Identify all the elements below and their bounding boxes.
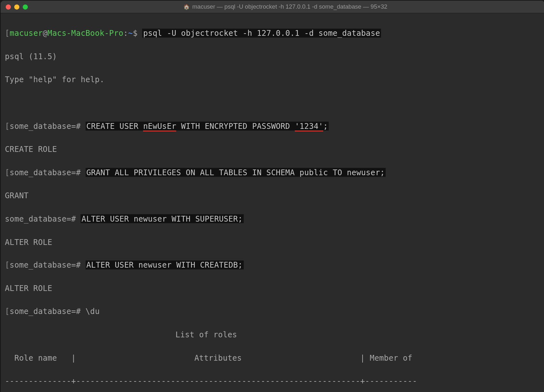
line-du1: [some_database=# \du [5, 306, 540, 317]
prompt-colon: : [124, 29, 128, 38]
psql-version: psql (11.5) [5, 51, 540, 62]
prompt-user: macuser [10, 29, 43, 38]
terminal-body[interactable]: [macuser@Macs-MacBook-Pro:~$ psql -U obj… [1, 13, 544, 392]
create-user-pre: CREATE USER [86, 122, 143, 130]
db-prompt: some_database=# [5, 214, 76, 223]
db-prompt: some_database=# [10, 122, 81, 130]
window-title-wrap: 🏠 macuser — psql -U objectrocket -h 127.… [31, 2, 540, 11]
line-shell-prompt: [macuser@Macs-MacBook-Pro:~$ psql -U obj… [5, 27, 540, 39]
minimize-icon[interactable] [14, 4, 19, 9]
home-icon: 🏠 [183, 3, 190, 11]
du-cmd: \du [85, 307, 100, 316]
resp-create-role-1: CREATE ROLE [5, 144, 540, 155]
zoom-icon[interactable] [23, 4, 28, 9]
traffic-lights [6, 4, 28, 9]
create-user-end: ; [323, 122, 328, 130]
alter2-cmd: ALTER USER newuser WITH CREATEDB; [85, 261, 244, 270]
terminal-window: 🏠 macuser — psql -U objectrocket -h 127.… [1, 1, 544, 392]
titlebar: 🏠 macuser — psql -U objectrocket -h 127.… [1, 1, 544, 13]
close-icon[interactable] [6, 4, 11, 9]
window-title: macuser — psql -U objectrocket -h 127.0.… [192, 2, 387, 11]
prompt-at: @ [43, 29, 48, 38]
line-grant: [some_database=# GRANT ALL PRIVILEGES ON… [5, 167, 540, 178]
create-user-cmd: CREATE USER nEwUsEr WITH ENCRYPTED PASSW… [85, 122, 329, 130]
blank [5, 97, 540, 109]
help-hint: Type "help" for help. [5, 74, 540, 85]
bracket-open: [ [5, 29, 10, 38]
line-alter1: some_database=# ALTER USER newuser WITH … [5, 213, 540, 224]
line-alter2: [some_database=# ALTER USER newuser WITH… [5, 259, 540, 271]
prompt-host: Macs-MacBook-Pro [48, 29, 124, 38]
create-user-mid: WITH ENCRYPTED PASSWORD [176, 122, 295, 130]
resp-grant: GRANT [5, 190, 540, 201]
shell-command: psql -U objectrocket -h 127.0.0.1 -d som… [142, 29, 381, 38]
prompt-path: ~ [128, 29, 133, 38]
alter1-cmd: ALTER USER newuser WITH SUPERUSER; [81, 214, 244, 223]
table1-divider: --------------+-------------------------… [5, 375, 540, 387]
resp-alter-1: ALTER ROLE [5, 236, 540, 248]
create-user-name: nEwUsEr [143, 122, 176, 131]
bracket: [ [5, 122, 10, 130]
resp-alter-2: ALTER ROLE [5, 283, 540, 294]
bracket: [ [5, 307, 10, 316]
grant-cmd: GRANT ALL PRIVILEGES ON ALL TABLES IN SC… [85, 168, 386, 177]
prompt-dollar: $ [133, 29, 138, 38]
db-prompt: some_database=# [10, 261, 81, 270]
db-prompt: some_database=# [10, 168, 81, 177]
bracket: [ [5, 168, 10, 177]
line-create-user: [some_database=# CREATE USER nEwUsEr WIT… [5, 120, 540, 132]
db-prompt: some_database=# [10, 307, 81, 316]
table1-header: Role name | Attributes | Member of [5, 352, 540, 364]
create-user-pw: '1234' [295, 122, 323, 131]
table1-title: List of roles [5, 329, 540, 341]
bracket: [ [5, 261, 10, 270]
